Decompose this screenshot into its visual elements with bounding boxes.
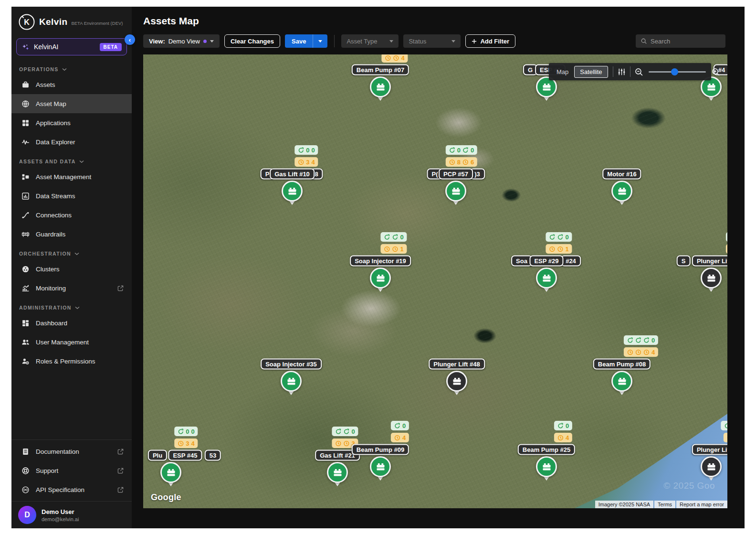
nav-section-administration[interactable]: ADMINISTRATION [11, 298, 132, 313]
alerts-badge[interactable]: 34 [294, 157, 318, 167]
marker-label[interactable]: Beam Pump #07 [352, 64, 409, 75]
sidebar-item-user-management[interactable]: User Management [11, 332, 132, 352]
sidebar-item-roles-permissions[interactable]: Roles & Permissions [11, 352, 132, 371]
sidebar-item-guardrails[interactable]: Guardrails [11, 225, 132, 244]
sidebar-item-support[interactable]: Support [11, 461, 132, 480]
sidebar-item-dashboard[interactable]: Dashboard [11, 313, 132, 332]
zoom-in-icon[interactable] [711, 67, 720, 76]
marker-label-fragment[interactable]: Plu [148, 450, 167, 461]
sidebar-item-monitoring[interactable]: Monitoring [11, 278, 132, 298]
recommendations-badge[interactable]: 00 [446, 145, 477, 155]
asset-marker-icon[interactable] [701, 268, 722, 289]
marker-label[interactable]: Plunger Lift #48 [429, 359, 485, 370]
terms-link[interactable]: Terms [654, 501, 675, 508]
recommendations-badge[interactable]: 0 [726, 232, 727, 242]
sidebar-item-data-explorer[interactable]: Data Explorer [11, 132, 132, 151]
asset-marker-icon[interactable] [281, 371, 302, 392]
recommendations-badge[interactable]: 0 [332, 427, 358, 436]
recommendations-badge[interactable]: 0 [554, 421, 572, 430]
sidebar-item-clusters[interactable]: Clusters [11, 259, 132, 278]
asset-marker-icon[interactable] [282, 181, 303, 202]
view-selector[interactable]: View: Demo View [143, 34, 220, 48]
marker-label[interactable]: Motor #16 [602, 169, 641, 180]
marker-label[interactable]: Soap Injector #35 [261, 359, 322, 370]
sidebar-item-asset-management[interactable]: Asset Management [11, 167, 132, 186]
sidebar-item-api-specification[interactable]: API Specification [11, 480, 132, 499]
asset-marker-icon[interactable] [536, 268, 557, 289]
nav-section-operations[interactable]: OPERATIONS [11, 59, 132, 75]
marker-label[interactable]: Soap Injector #19 [350, 256, 411, 267]
recommendations-badge[interactable]: 00 [721, 421, 727, 430]
save-button[interactable]: Save [285, 34, 327, 48]
recommendations-badge[interactable]: 0 [391, 421, 409, 430]
asset-marker-icon[interactable] [370, 456, 391, 477]
sidebar-item-data-streams[interactable]: Data Streams [11, 186, 132, 205]
alerts-badge[interactable]: 1 [726, 244, 727, 254]
sidebar-collapse-button[interactable]: ‹ [125, 34, 135, 45]
marker-label-fragment[interactable]: S [677, 256, 691, 267]
alerts-badge[interactable]: 86 [446, 157, 477, 167]
asset-marker-icon[interactable] [446, 371, 467, 392]
alerts-badge[interactable]: 4 [624, 347, 658, 357]
asset-marker-icon[interactable] [445, 181, 466, 202]
asset-type-dropdown[interactable]: Asset Type [341, 34, 399, 48]
alerts-badge[interactable]: 34 [174, 439, 198, 448]
recommendations-badge[interactable]: 00 [294, 145, 318, 155]
marker-label[interactable]: Beam Pump #09 [352, 444, 409, 455]
recommendations-badge[interactable]: 0 [546, 232, 572, 242]
alerts-badge[interactable]: 3 [724, 433, 727, 442]
zoom-out-icon[interactable] [634, 67, 643, 76]
marker-label-fragment[interactable]: 53 [205, 450, 221, 461]
search-input[interactable] [651, 38, 721, 45]
alerts-badge[interactable]: 4 [391, 433, 409, 442]
sidebar-item-applications[interactable]: Applications [11, 113, 132, 132]
asset-marker-icon[interactable] [160, 462, 181, 483]
sidebar-item-assets[interactable]: Assets [11, 75, 132, 94]
save-dropdown-button[interactable] [313, 34, 327, 48]
asset-marker-icon[interactable] [611, 371, 632, 392]
imagery-credit: Imagery ©2025 NASA [595, 501, 653, 508]
search-box[interactable] [636, 34, 725, 48]
asset-marker-icon[interactable] [370, 268, 391, 289]
marker-label[interactable]: ESP #29 [529, 256, 563, 267]
sidebar-item-kelvinai[interactable]: KelvinAI BETA [16, 38, 127, 55]
user-row[interactable]: D Demo User demo@kelvin.ai [11, 501, 132, 528]
asset-marker-icon[interactable] [370, 76, 391, 97]
recommendations-badge[interactable]: 0 [380, 232, 407, 242]
badge-count: 8 [457, 159, 461, 166]
add-filter-button[interactable]: Add Filter [465, 34, 515, 48]
marker-label[interactable]: Plunger Lift [692, 256, 727, 267]
map-type-button-satellite[interactable]: Satellite [574, 66, 608, 78]
tune-icon[interactable] [617, 67, 626, 76]
asset-marker-icon[interactable] [611, 181, 632, 202]
alerts-badge[interactable]: 4 [381, 54, 408, 63]
nav-section-orchestration[interactable]: ORCHESTRATION [11, 244, 132, 259]
marker-label-fragment[interactable]: #24 [561, 256, 581, 267]
report-map-error-link[interactable]: Report a map error [676, 501, 727, 508]
marker-label[interactable]: ESP #45 [168, 450, 202, 461]
alerts-badge[interactable]: 1 [380, 244, 407, 254]
zoom-slider[interactable] [649, 71, 706, 73]
asset-marker-icon[interactable] [701, 456, 722, 477]
alerts-badge[interactable]: 1 [546, 244, 572, 254]
marker-label[interactable]: Gas Lift #10 [270, 169, 315, 180]
recommendations-badge[interactable]: 0 [624, 335, 658, 345]
status-dropdown[interactable]: Status [403, 34, 461, 48]
marker-label[interactable]: Beam Pump #25 [518, 444, 575, 455]
marker-label[interactable]: Beam Pump #08 [593, 359, 651, 370]
nav-section-assets-and-data[interactable]: ASSETS AND DATA [11, 151, 132, 167]
alerts-badge[interactable]: 4 [554, 433, 572, 442]
sidebar-item-documentation[interactable]: Documentation [11, 442, 132, 461]
map-canvas[interactable]: © 2025 Goo 4Beam Pump #07GESP #1#4P80034… [143, 54, 727, 508]
marker-label-fragment[interactable]: Soa [511, 256, 532, 267]
marker-label[interactable]: Plunger Lift [692, 444, 727, 455]
marker-label[interactable]: PCP #57 [439, 169, 473, 180]
sidebar-item-connections[interactable]: Connections [11, 205, 132, 225]
sidebar-item-asset-map[interactable]: Asset Map [11, 94, 132, 113]
zoom-slider-knob[interactable] [671, 68, 678, 75]
clear-changes-button[interactable]: Clear Changes [224, 34, 280, 48]
asset-marker-icon[interactable] [327, 462, 348, 483]
map-type-button-map[interactable]: Map [552, 68, 573, 75]
recommendations-badge[interactable]: 00 [174, 427, 198, 436]
asset-marker-icon[interactable] [536, 456, 557, 477]
